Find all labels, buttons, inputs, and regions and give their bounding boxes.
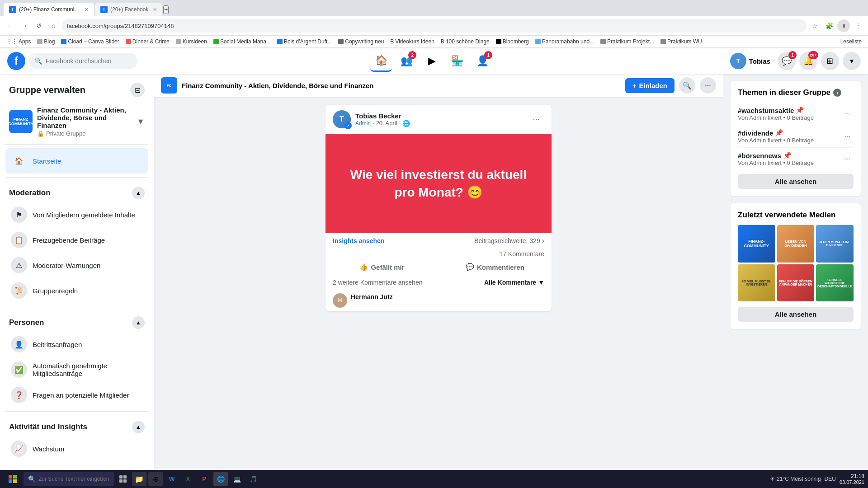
comment-button[interactable]: 💬 Kommentieren (439, 259, 552, 275)
address-bar[interactable] (61, 19, 807, 33)
nav-home-icon[interactable]: 🏠 (370, 50, 392, 72)
like-button[interactable]: 👍 Gefällt mir (326, 259, 439, 275)
nav-marketplace-icon[interactable]: 🏪 (446, 50, 468, 72)
media-see-all-button[interactable]: Alle ansehen (738, 307, 854, 322)
more-options[interactable]: ⋮ (852, 19, 864, 32)
sidebar-item-growth[interactable]: 📈 Wachstum (5, 436, 148, 461)
taskbar-search-input[interactable] (38, 476, 109, 482)
bookmark-apps[interactable]: ⋮⋮ Apps (4, 37, 33, 46)
media-thumb-5[interactable]: FEHLER DIE BÖRSEN ANFÄNGER MACHEN (777, 264, 815, 302)
media-thumb-1[interactable]: FINANZ-COMMUNITY (738, 225, 775, 263)
sidebar-item-pending[interactable]: 📋 Freizugebende Beiträge (5, 227, 148, 253)
personen-toggle[interactable]: ▲ (132, 316, 145, 329)
browser-tab-1[interactable]: f (20+) Finanz Community - Aktie... ✕ (4, 3, 94, 16)
media-thumb-3[interactable]: JEDEN MONAT EINE DIVIDENDE (816, 225, 854, 263)
bookmark-praktikum1[interactable]: Praktikum Projekt... (598, 37, 657, 46)
sidebar-item-warnings[interactable]: ⚠ Moderator-Warnungen (5, 253, 148, 278)
feed-wrapper: FC Finanz Community - Aktien, Dividende,… (154, 74, 723, 488)
post-insights-row: Insights ansehen Beitragsreichweite: 329… (326, 233, 552, 249)
topnav-right: T Tobias 💬 1 🔔 20+ ⊞ ▼ (726, 51, 861, 71)
taskbar-word[interactable]: W (165, 472, 179, 486)
apps-grid-icon[interactable]: ⊞ (821, 52, 839, 70)
taskbar-file-explorer[interactable]: 📁 (132, 472, 146, 486)
topic-more-1[interactable]: ··· (841, 108, 854, 120)
all-comments-button[interactable]: Alle Kommentare ▼ (484, 279, 544, 286)
info-icon[interactable]: i (833, 89, 841, 97)
topic-info: #dividende 📌 Von Admin fixiert • 0 Beitr… (738, 129, 814, 144)
search-input[interactable] (46, 57, 127, 65)
sidebar-title: Gruppe verwalten ⊟ (5, 79, 148, 103)
activity-toggle[interactable]: ▲ (132, 421, 145, 433)
media-title: Zuletzt verwendete Medien (738, 211, 854, 220)
topic-more-3[interactable]: ··· (841, 153, 854, 165)
invite-button[interactable]: + Einladen (625, 78, 675, 93)
tab2-close[interactable]: ✕ (153, 7, 157, 13)
taskbar-app6[interactable]: 💻 (230, 472, 244, 486)
bookmark-star[interactable]: ☆ (808, 19, 821, 32)
account-dropdown[interactable]: ▼ (843, 52, 861, 70)
topics-see-all-button[interactable]: Alle ansehen (738, 174, 854, 189)
notifications-icon[interactable]: 🔔 20+ (799, 52, 817, 70)
taskbar-excel[interactable]: X (181, 472, 195, 486)
bookmark-panorama[interactable]: Panoramabahn und... (533, 37, 597, 46)
media-thumb-2[interactable]: LEBEN VON DIVIDENDEN (777, 225, 815, 263)
rules-icon: 📜 (11, 282, 27, 299)
app7-icon: 🎵 (250, 475, 257, 483)
home-button[interactable]: ⌂ (47, 19, 60, 32)
sidebar-item-requests[interactable]: 👤 Beitrittsanfragen (5, 332, 148, 357)
plus-icon: + (632, 82, 637, 89)
moderation-toggle[interactable]: ▲ (132, 187, 145, 199)
start-button[interactable] (4, 472, 22, 486)
sidebar-item-auto-approve[interactable]: ✅ Automatisch genehmigte Mitgliedsanträg… (5, 357, 148, 382)
nav-friends-icon[interactable]: 👥 2 (396, 50, 417, 72)
bookmark-bois[interactable]: Bois d'Argent Duft... (274, 37, 335, 46)
taskbar-task-view[interactable] (116, 472, 130, 486)
home-icon: 🏠 (375, 55, 387, 66)
forward-button[interactable]: → (18, 19, 31, 32)
bookmark-kurs[interactable]: Kursideen (173, 37, 210, 46)
bookmark-100[interactable]: B 100 schöne Dinge (438, 37, 492, 46)
more-group-button[interactable]: ··· (700, 77, 716, 94)
extensions-button[interactable]: 🧩 (823, 19, 835, 32)
nav-groups-icon[interactable]: 👤 1 (472, 50, 493, 72)
taskbar-edge[interactable]: ⊕ (148, 472, 163, 486)
reload-button[interactable]: ↺ (33, 19, 45, 32)
sidebar-collapse-btn[interactable]: ⊟ (130, 83, 145, 97)
sidebar-item-questions[interactable]: ❓ Fragen an potenzielle Mitglieder (5, 382, 148, 408)
new-tab-button[interactable]: + (163, 5, 169, 14)
browser-tab-2[interactable]: f (20+) Facebook ✕ (95, 3, 162, 16)
bookmark-bloomberg[interactable]: Bloomberg (493, 37, 532, 46)
group-info[interactable]: FINANZ COMMUNITY Finanz Community - Akti… (5, 103, 148, 141)
bookmark-dinner[interactable]: Dinner & Crime (123, 37, 172, 46)
taskbar-powerpoint[interactable]: P (197, 472, 212, 486)
post-header: T ✓ Tobias Becker Admin · (326, 105, 552, 134)
bookmark-cload[interactable]: Cload – Canva Bilder (58, 37, 122, 46)
bookmark-reading[interactable]: Leseliste (838, 37, 864, 46)
bookmark-video[interactable]: B Videokurs Ideen (387, 37, 437, 46)
topic-name-2: #dividende 📌 (738, 129, 814, 137)
media-thumb-4[interactable]: SO VIEL MUSST DU INVESTIEREN (738, 264, 775, 302)
bookmark-copy[interactable]: Copywriting neu (335, 37, 387, 46)
search-group-button[interactable]: 🔍 (679, 77, 695, 94)
sidebar-item-reported[interactable]: ⚑ Von Mitgliedern gemeldete Inhalte (5, 202, 148, 227)
sidebar-item-startseite[interactable]: 🏠 Startseite (5, 148, 148, 174)
bookmark-social[interactable]: Social Media Mana... (211, 37, 274, 46)
profile-menu[interactable]: T Tobias (726, 51, 774, 71)
media-thumb-6[interactable]: SCHNELL WACHSENDE GESCHÄFTSMODELLE (816, 264, 854, 302)
taskbar-app7[interactable]: 🎵 (246, 472, 260, 486)
sidebar-item-rules[interactable]: 📜 Gruppenregeln (5, 278, 148, 303)
messenger-icon[interactable]: 💬 1 (778, 52, 796, 70)
facebook-main: Gruppe verwalten ⊟ FINANZ COMMUNITY Fina… (0, 74, 868, 488)
back-button[interactable]: ← (4, 19, 16, 32)
nav-watch-icon[interactable]: ▶ (421, 50, 443, 72)
bookmark-blog[interactable]: Blog (34, 37, 57, 46)
more-comments-label[interactable]: 2 weitere Kommentare ansehen (333, 279, 422, 286)
taskbar-chrome[interactable]: 🌐 (213, 472, 228, 486)
insights-link[interactable]: Insights ansehen (333, 237, 384, 244)
post-more-button[interactable]: ··· (528, 111, 544, 127)
bookmark-praktikum2[interactable]: Praktikum WU (658, 37, 705, 46)
profile-button[interactable]: ⏸ (837, 19, 850, 32)
bookmark-dot (496, 39, 501, 44)
topic-more-2[interactable]: ··· (841, 130, 854, 143)
tab1-close[interactable]: ✕ (85, 7, 89, 13)
